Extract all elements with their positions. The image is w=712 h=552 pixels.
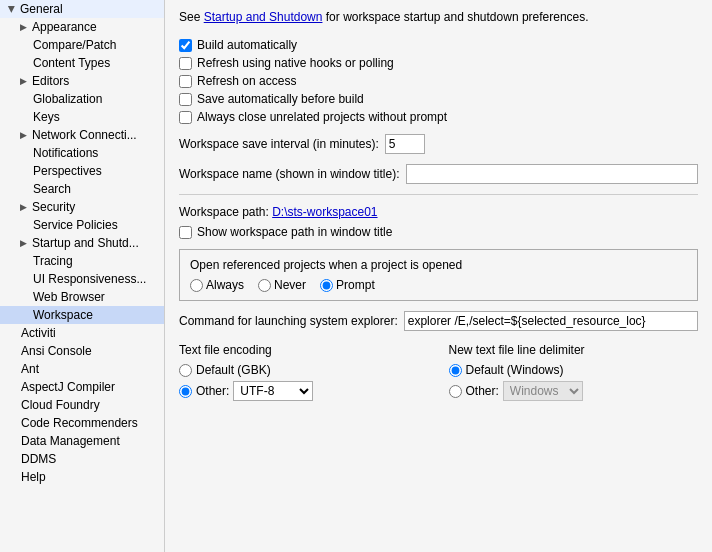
sidebar-item-service-policies[interactable]: Service Policies — [0, 216, 164, 234]
sidebar-item-code-recommenders[interactable]: Code Recommenders — [0, 414, 164, 432]
workspace-path-link[interactable]: D:\sts-workspace01 — [272, 205, 377, 219]
delimiter-select: Windows Unix Mac — [503, 381, 583, 401]
encoding-other-radio[interactable] — [179, 385, 192, 398]
sidebar-item-ansi-console[interactable]: Ansi Console — [0, 342, 164, 360]
radio-always[interactable] — [190, 279, 203, 292]
save-interval-row: Workspace save interval (in minutes): — [179, 134, 698, 154]
sidebar-item-label: Compare/Patch — [33, 38, 116, 52]
sidebar: ▶General▶AppearanceCompare/PatchContent … — [0, 0, 165, 552]
sidebar-item-label: UI Responsiveness... — [33, 272, 146, 286]
workspace-path-row: Workspace path: D:\sts-workspace01 — [179, 205, 698, 219]
sidebar-item-label: Tracing — [33, 254, 73, 268]
sidebar-item-label: General — [20, 2, 63, 16]
sidebar-item-cloud-foundry[interactable]: Cloud Foundry — [0, 396, 164, 414]
sidebar-item-editors[interactable]: ▶Editors — [0, 72, 164, 90]
show-path-checkbox[interactable] — [179, 226, 192, 239]
sidebar-item-activiti[interactable]: Activiti — [0, 324, 164, 342]
sidebar-item-label: Ant — [21, 362, 39, 376]
main-content: See Startup and Shutdown for workspace s… — [165, 0, 712, 552]
show-path-row: Show workspace path in window title — [179, 225, 698, 239]
radio-never[interactable] — [258, 279, 271, 292]
sidebar-item-ui-responsiveness[interactable]: UI Responsiveness... — [0, 270, 164, 288]
save-before-build-checkbox[interactable] — [179, 93, 192, 106]
encoding-select[interactable]: UTF-8 UTF-16 ISO-8859-1 GBK — [233, 381, 313, 401]
line-delimiter-col: New text file line delimiter Default (Wi… — [449, 343, 699, 401]
encoding-default-radio[interactable] — [179, 364, 192, 377]
sidebar-item-label: Globalization — [33, 92, 102, 106]
sidebar-item-label: Workspace — [33, 308, 93, 322]
sidebar-item-security[interactable]: ▶Security — [0, 198, 164, 216]
sidebar-item-help[interactable]: Help — [0, 468, 164, 486]
workspace-path-label: Workspace path: — [179, 205, 269, 219]
sidebar-item-label: Perspectives — [33, 164, 102, 178]
encoding-other-label: Other: — [196, 384, 229, 398]
open-referenced-group: Open referenced projects when a project … — [179, 249, 698, 301]
checkbox-row-refresh-access: Refresh on access — [179, 74, 698, 88]
workspace-name-input[interactable] — [406, 164, 698, 184]
intro-text: See Startup and Shutdown for workspace s… — [179, 10, 698, 24]
sidebar-item-network-connections[interactable]: ▶Network Connecti... — [0, 126, 164, 144]
chevron-icon: ▶ — [7, 6, 17, 13]
sidebar-item-search[interactable]: Search — [0, 180, 164, 198]
text-encoding-col: Text file encoding Default (GBK) Other: … — [179, 343, 429, 401]
encoding-default-option: Default (GBK) — [179, 363, 419, 377]
sidebar-item-label: Content Types — [33, 56, 110, 70]
refresh-access-label: Refresh on access — [197, 74, 296, 88]
delimiter-title: New text file line delimiter — [449, 343, 699, 357]
sidebar-item-tracing[interactable]: Tracing — [0, 252, 164, 270]
checkboxes-container: Build automaticallyRefresh using native … — [179, 38, 698, 124]
sidebar-item-label: Security — [32, 200, 75, 214]
delimiter-other-radio[interactable] — [449, 385, 462, 398]
sidebar-item-compare-patch[interactable]: Compare/Patch — [0, 36, 164, 54]
show-path-label: Show workspace path in window title — [197, 225, 392, 239]
sidebar-item-keys[interactable]: Keys — [0, 108, 164, 126]
bottom-section: Text file encoding Default (GBK) Other: … — [179, 343, 698, 401]
build-auto-label: Build automatically — [197, 38, 297, 52]
radio-options-row: AlwaysNeverPrompt — [190, 278, 687, 292]
sidebar-item-ddms[interactable]: DDMS — [0, 450, 164, 468]
refresh-access-checkbox[interactable] — [179, 75, 192, 88]
sidebar-item-ant[interactable]: Ant — [0, 360, 164, 378]
build-auto-checkbox[interactable] — [179, 39, 192, 52]
sidebar-item-label: Search — [33, 182, 71, 196]
radio-option-never: Never — [258, 278, 306, 292]
sidebar-item-content-types[interactable]: Content Types — [0, 54, 164, 72]
sidebar-item-notifications[interactable]: Notifications — [0, 144, 164, 162]
command-input[interactable] — [404, 311, 698, 331]
sidebar-item-label: Data Management — [21, 434, 120, 448]
save-before-build-label: Save automatically before build — [197, 92, 364, 106]
command-row: Command for launching system explorer: — [179, 311, 698, 331]
checkbox-row-refresh-native: Refresh using native hooks or polling — [179, 56, 698, 70]
sidebar-item-globalization[interactable]: Globalization — [0, 90, 164, 108]
delimiter-default-radio[interactable] — [449, 364, 462, 377]
radio-label-never: Never — [274, 278, 306, 292]
sidebar-item-label: Help — [21, 470, 46, 484]
radio-label-always: Always — [206, 278, 244, 292]
sidebar-item-workspace[interactable]: Workspace — [0, 306, 164, 324]
save-interval-input[interactable] — [385, 134, 425, 154]
delimiter-default-option: Default (Windows) — [449, 363, 689, 377]
sidebar-item-appearance[interactable]: ▶Appearance — [0, 18, 164, 36]
delimiter-default-label: Default (Windows) — [466, 363, 564, 377]
sidebar-item-label: Cloud Foundry — [21, 398, 100, 412]
sidebar-item-data-management[interactable]: Data Management — [0, 432, 164, 450]
sidebar-item-startup-shutdown[interactable]: ▶Startup and Shutd... — [0, 234, 164, 252]
close-unrelated-checkbox[interactable] — [179, 111, 192, 124]
sidebar-item-label: Network Connecti... — [32, 128, 137, 142]
radio-prompt[interactable] — [320, 279, 333, 292]
sidebar-item-general[interactable]: ▶General — [0, 0, 164, 18]
open-ref-title: Open referenced projects when a project … — [190, 258, 687, 272]
sidebar-item-perspectives[interactable]: Perspectives — [0, 162, 164, 180]
chevron-icon: ▶ — [20, 76, 27, 86]
sidebar-item-label: Appearance — [32, 20, 97, 34]
sidebar-item-aspectj-compiler[interactable]: AspectJ Compiler — [0, 378, 164, 396]
startup-shutdown-link[interactable]: Startup and Shutdown — [204, 10, 323, 24]
chevron-icon: ▶ — [20, 130, 27, 140]
sidebar-item-label: DDMS — [21, 452, 56, 466]
sidebar-item-label: Editors — [32, 74, 69, 88]
sidebar-item-web-browser[interactable]: Web Browser — [0, 288, 164, 306]
sidebar-item-label: Startup and Shutd... — [32, 236, 139, 250]
sidebar-item-label: Ansi Console — [21, 344, 92, 358]
refresh-native-checkbox[interactable] — [179, 57, 192, 70]
command-label: Command for launching system explorer: — [179, 314, 398, 328]
